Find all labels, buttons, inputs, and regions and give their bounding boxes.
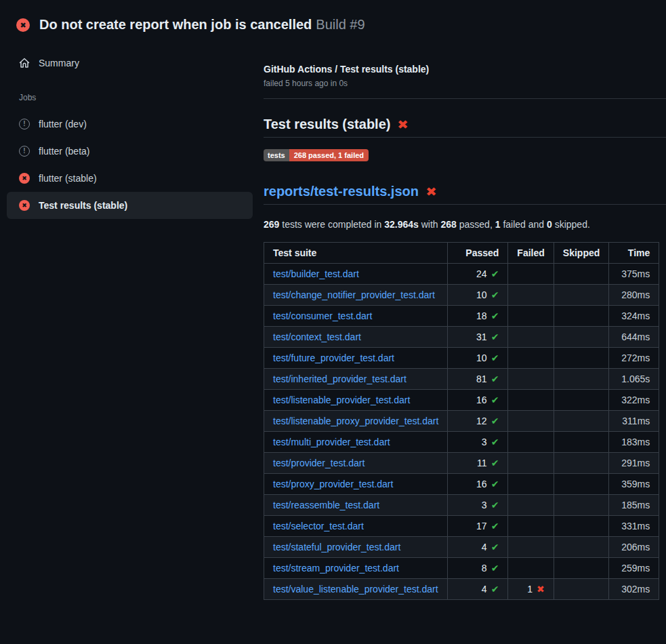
passed-cell: 4✔ [448,579,508,600]
skipped-cell [554,453,608,474]
count-value: 17 [476,521,487,531]
passed-cell: 16✔ [448,474,508,495]
table-header-row: Test suitePassedFailedSkippedTime [264,243,659,264]
time-cell: 280ms [609,285,659,306]
sidebar-item-test-results-stable[interactable]: ✖Test results (stable) [7,192,253,219]
skipped-cell [554,285,608,306]
passed-cell: 81✔ [448,369,508,390]
table-row: test/listenable_proxy_provider_test.dart… [264,411,659,432]
check-icon: ✔ [491,500,499,510]
suite-link[interactable]: test/consumer_test.dart [273,310,372,321]
jobs-section-label: Jobs [7,93,253,102]
run-status-line: failed 5 hours ago in 0s [264,79,666,88]
suite-link[interactable]: test/change_notifier_provider_test.dart [273,289,435,300]
skipped-cell [554,558,608,579]
time-cell: 291ms [609,453,659,474]
summary-segment: 269 [264,219,279,230]
failed-cell [508,348,554,369]
table-row: test/change_notifier_provider_test.dart1… [264,285,659,306]
report-heading: reports/test-results.json ✖ [264,184,666,205]
count-value: 16 [476,395,487,405]
suite-cell: test/context_test.dart [264,327,448,348]
summary-label: Summary [39,58,79,68]
column-header-skipped: Skipped [554,243,608,264]
table-row: test/inherited_provider_test.dart81✔1.06… [264,369,659,390]
skipped-cell [554,495,608,516]
suite-link[interactable]: test/value_listenable_provider_test.dart [273,584,438,595]
count-value: 12 [476,416,487,426]
failed-cell [508,327,554,348]
badge-label: tests [264,149,289,161]
time-cell: 331ms [609,516,659,537]
sidebar-item-flutter-dev[interactable]: !flutter (dev) [7,110,253,138]
check-icon: ✔ [491,310,499,321]
column-header-failed: Failed [508,243,554,264]
page-title: Do not create report when job is cancell… [39,17,365,33]
badge-value: 268 passed, 1 failed [289,149,369,161]
alert-circle-icon: ! [19,119,30,129]
table-row: test/consumer_test.dart18✔324ms [264,306,659,327]
time-cell: 302ms [609,579,659,600]
table-row: test/context_test.dart31✔644ms [264,327,659,348]
suite-cell: test/stateful_provider_test.dart [264,537,448,558]
time-cell: 185ms [609,495,659,516]
passed-cell: 18✔ [448,306,508,327]
time-cell: 259ms [609,558,659,579]
table-row: test/value_listenable_provider_test.dart… [264,579,659,600]
failed-cell [508,516,554,537]
summary-segment: 268 [441,219,457,230]
summary-segment: 32.964s [384,219,419,230]
count-value: 18 [476,310,487,321]
failed-cell [508,537,554,558]
time-cell: 311ms [609,411,659,432]
summary-segment: 0 [547,219,552,230]
suite-link[interactable]: test/reassemble_test.dart [273,500,379,510]
passed-cell: 31✔ [448,327,508,348]
suite-link[interactable]: test/stream_provider_test.dart [273,563,399,573]
time-cell: 1.065s [609,369,659,390]
passed-cell: 24✔ [448,264,508,285]
column-header-passed: Passed [448,243,508,264]
count-value: 4 [482,584,487,595]
suite-link[interactable]: test/future_provider_test.dart [273,353,394,363]
suite-link[interactable]: test/listenable_proxy_provider_test.dart [273,416,438,426]
check-icon: ✔ [491,374,499,384]
suite-link[interactable]: test/inherited_provider_test.dart [273,374,407,384]
table-row: test/provider_test.dart11✔291ms [264,453,659,474]
check-icon: ✔ [491,479,499,489]
check-icon: ✔ [491,437,499,447]
failed-cell [508,411,554,432]
suite-link[interactable]: test/provider_test.dart [273,458,365,468]
x-circle-fill-icon: ✖ [19,200,30,211]
suite-link[interactable]: test/context_test.dart [273,331,361,342]
sidebar-item-label: Test results (stable) [39,200,127,211]
table-row: test/builder_test.dart24✔375ms [264,264,659,285]
skipped-cell [554,411,608,432]
x-circle-fill-icon: ✖ [16,18,30,32]
suite-cell: test/selector_test.dart [264,516,448,537]
sidebar-item-summary[interactable]: Summary [7,55,253,71]
suite-link[interactable]: test/stateful_provider_test.dart [273,542,400,552]
suite-link[interactable]: test/listenable_provider_test.dart [273,395,410,405]
summary-segment: failed and [501,219,547,230]
time-cell: 322ms [609,390,659,411]
failed-cell [508,369,554,390]
count-value: 10 [476,289,487,300]
check-icon: ✔ [491,584,499,595]
breadcrumb: GitHub Actions / Test results (stable) [264,64,666,75]
skipped-cell [554,579,608,600]
suite-link[interactable]: test/multi_provider_test.dart [273,437,390,447]
suite-link[interactable]: test/builder_test.dart [273,268,359,279]
sidebar-item-flutter-stable[interactable]: ✖flutter (stable) [7,165,253,192]
run-title: Do not create report when job is cancell… [39,17,312,32]
suite-cell: test/future_provider_test.dart [264,348,448,369]
report-file-link[interactable]: reports/test-results.json [264,184,419,199]
failed-cell [508,453,554,474]
sidebar-item-flutter-beta[interactable]: !flutter (beta) [7,138,253,165]
suite-link[interactable]: test/proxy_provider_test.dart [273,479,393,489]
check-icon: ✔ [491,416,499,426]
suite-link[interactable]: test/selector_test.dart [273,521,364,531]
passed-cell: 11✔ [448,453,508,474]
failed-x-icon: ✖ [425,184,437,199]
jobs-sidebar: Summary Jobs !flutter (dev)!flutter (bet… [0,38,259,219]
